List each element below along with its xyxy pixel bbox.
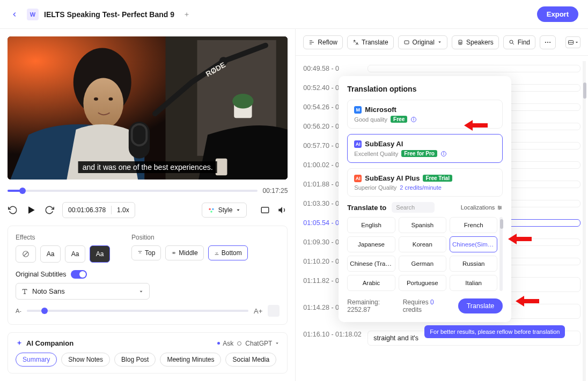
effect-option-3[interactable]: Aa	[90, 245, 110, 263]
more-button[interactable]	[540, 35, 556, 49]
chip-social-media[interactable]: Social Media	[225, 353, 276, 367]
svg-point-54	[444, 152, 444, 153]
language-english[interactable]: English	[347, 217, 395, 233]
video-caption: and it was one of the best experiences.	[78, 161, 217, 173]
svg-rect-15	[133, 125, 146, 144]
transcript-row[interactable]: 00:49.58 - 0	[303, 59, 580, 78]
language-japanese[interactable]: Japanese	[347, 236, 395, 252]
timestamp: 01:16.10 - 01:18.02	[303, 331, 367, 346]
play-button[interactable]	[26, 205, 36, 215]
style-panel: Effects Aa Aa Aa Position	[8, 226, 288, 325]
font-select[interactable]: Noto Sans	[16, 283, 150, 300]
speakers-button[interactable]: Speakers	[452, 35, 499, 49]
chip-blog-post[interactable]: Blog Post	[114, 353, 156, 367]
app-logo: W	[27, 9, 39, 20]
chip-show-notes[interactable]: Show Notes	[61, 353, 110, 367]
font-size-slider[interactable]	[27, 310, 248, 312]
page-title: IELTS Speaking Test- Perfect Band 9	[44, 10, 174, 19]
style-button[interactable]: Style	[202, 203, 247, 218]
svg-point-51	[414, 118, 414, 118]
language-spanish[interactable]: Spanish	[399, 217, 446, 233]
language-russian[interactable]: Russian	[450, 256, 497, 272]
language-arabic[interactable]: Arabic	[347, 275, 395, 291]
reflow-button[interactable]: Reflow	[303, 35, 343, 49]
language-chinese-simpl-[interactable]: Chinese(Simpl…	[450, 236, 497, 252]
svg-marker-38	[438, 41, 441, 43]
position-middle-button[interactable]: Middle	[165, 245, 203, 260]
rewind-icon[interactable]	[8, 205, 18, 215]
video-player[interactable]: RØDE and it was one of the best experien…	[8, 36, 288, 180]
svg-marker-62	[508, 234, 517, 244]
svg-line-42	[512, 43, 514, 44]
svg-point-18	[209, 208, 211, 211]
translation-popup: Translation options MMicrosoft Good qual…	[339, 76, 511, 322]
effect-option-2[interactable]: Aa	[65, 245, 85, 263]
svg-point-44	[547, 41, 548, 42]
language-german[interactable]: German	[399, 256, 446, 272]
translate-submit-button[interactable]: Translate	[458, 298, 503, 313]
chip-meeting-minutes[interactable]: Meeting Minutes	[160, 353, 221, 367]
requires-label: Requires 0 credits	[403, 298, 453, 313]
progress-bar[interactable]	[8, 190, 258, 192]
svg-rect-16	[216, 159, 227, 175]
svg-marker-23	[279, 207, 283, 213]
svg-point-20	[210, 211, 212, 213]
effect-none-button[interactable]	[16, 245, 36, 263]
svg-point-43	[545, 41, 546, 42]
language-korean[interactable]: Korean	[399, 236, 446, 252]
chevron-down-icon[interactable]	[275, 341, 280, 346]
language-chinese-tradi-[interactable]: Chinese (Tradi…	[347, 256, 395, 272]
svg-point-9	[94, 98, 98, 101]
back-button[interactable]	[10, 10, 19, 19]
size-max-label: A+	[254, 307, 262, 315]
language-scrollbar[interactable]	[499, 217, 504, 291]
layout-toggle[interactable]	[565, 36, 580, 48]
svg-point-45	[549, 41, 550, 42]
annotation-arrow-2	[508, 231, 532, 246]
svg-marker-48	[576, 42, 578, 43]
size-min-label: A-	[16, 308, 21, 314]
fullscreen-icon[interactable]	[260, 205, 270, 215]
translation-option-subeasy-ai[interactable]: AISubEasy AI Excellent QualityFree for P…	[347, 134, 503, 163]
export-button[interactable]: Export	[537, 6, 578, 22]
original-subtitles-toggle[interactable]	[71, 270, 87, 279]
translation-option-subeasy-ai-plus[interactable]: AISubEasy AI Plus Free Trial Superior Qu…	[347, 168, 503, 197]
position-bottom-button[interactable]: Bottom	[208, 245, 248, 260]
position-top-button[interactable]: Top	[131, 245, 161, 260]
chip-summary[interactable]: Summary	[16, 353, 57, 367]
localizations-button[interactable]: Localizations	[461, 204, 503, 211]
language-italian[interactable]: Italian	[450, 275, 497, 291]
forward-icon[interactable]	[44, 205, 55, 215]
svg-point-60	[499, 208, 500, 209]
language-french[interactable]: French	[450, 217, 497, 233]
svg-rect-22	[262, 207, 269, 213]
ask-label: Ask	[223, 340, 233, 347]
svg-marker-21	[237, 210, 240, 211]
color-swatch[interactable]	[268, 305, 280, 317]
svg-point-59	[501, 207, 502, 208]
original-dropdown[interactable]: Original	[398, 35, 447, 49]
effects-label: Effects	[16, 234, 110, 241]
translate-button[interactable]: Translate	[347, 35, 394, 49]
find-button[interactable]: Find	[503, 35, 535, 49]
svg-marker-61	[464, 120, 473, 131]
volume-icon[interactable]	[277, 205, 288, 215]
position-label: Position	[131, 234, 248, 241]
transcript-scrollbar[interactable]	[583, 61, 587, 109]
translate-to-label: Translate to	[347, 204, 386, 212]
transcript-text[interactable]	[367, 65, 580, 72]
language-search-input[interactable]: Search	[392, 202, 435, 213]
annotation-arrow-1	[464, 118, 488, 133]
sparkle-icon	[16, 340, 23, 347]
companion-title: AI Companion	[26, 339, 74, 347]
ai-companion-panel: AI Companion Ask ChatGPT SummaryShow Not…	[8, 332, 288, 373]
svg-rect-37	[405, 41, 409, 44]
add-tab-button[interactable]	[182, 10, 192, 19]
svg-point-10	[109, 98, 113, 101]
svg-point-58	[498, 206, 499, 207]
effect-option-1[interactable]: Aa	[40, 245, 61, 263]
svg-marker-17	[28, 206, 35, 213]
speed-label[interactable]: 1.0x	[117, 206, 129, 214]
language-portuguese[interactable]: Portuguese	[399, 275, 446, 291]
timecode-display[interactable]: 00:01:06.378 1.0x	[62, 202, 135, 218]
